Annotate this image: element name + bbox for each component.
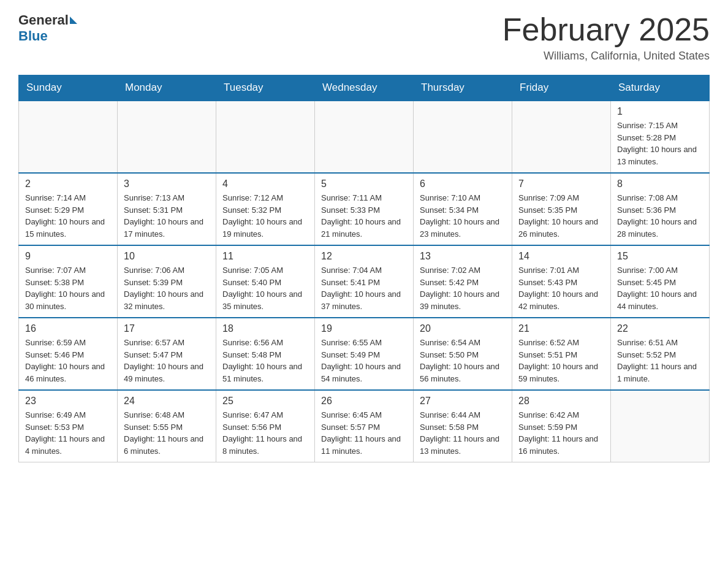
weekday-header-row: SundayMondayTuesdayWednesdayThursdayFrid… xyxy=(19,75,710,101)
day-info: Sunrise: 7:12 AMSunset: 5:32 PMDaylight:… xyxy=(222,192,308,240)
day-info: Sunrise: 7:14 AMSunset: 5:29 PMDaylight:… xyxy=(25,192,111,240)
calendar-cell xyxy=(315,101,414,173)
calendar-cell: 11Sunrise: 7:05 AMSunset: 5:40 PMDayligh… xyxy=(216,245,315,318)
calendar-cell: 16Sunrise: 6:59 AMSunset: 5:46 PMDayligh… xyxy=(19,318,118,390)
calendar-table: SundayMondayTuesdayWednesdayThursdayFrid… xyxy=(18,75,710,462)
calendar-cell xyxy=(216,101,315,173)
calendar-cell: 28Sunrise: 6:42 AMSunset: 5:59 PMDayligh… xyxy=(512,390,611,462)
calendar-cell: 3Sunrise: 7:13 AMSunset: 5:31 PMDaylight… xyxy=(118,173,216,245)
day-info: Sunrise: 6:56 AMSunset: 5:48 PMDaylight:… xyxy=(222,337,308,385)
weekday-header-friday: Friday xyxy=(512,75,611,101)
calendar-week-row: 2Sunrise: 7:14 AMSunset: 5:29 PMDaylight… xyxy=(19,173,710,245)
day-info: Sunrise: 7:15 AMSunset: 5:28 PMDaylight:… xyxy=(617,120,703,167)
day-info: Sunrise: 7:10 AMSunset: 5:34 PMDaylight:… xyxy=(420,192,506,240)
day-number: 23 xyxy=(25,396,111,407)
calendar-cell: 23Sunrise: 6:49 AMSunset: 5:53 PMDayligh… xyxy=(19,390,118,462)
calendar-cell: 26Sunrise: 6:45 AMSunset: 5:57 PMDayligh… xyxy=(315,390,414,462)
calendar-week-row: 23Sunrise: 6:49 AMSunset: 5:53 PMDayligh… xyxy=(19,390,710,462)
day-info: Sunrise: 7:11 AMSunset: 5:33 PMDaylight:… xyxy=(321,192,407,240)
calendar-week-row: 9Sunrise: 7:07 AMSunset: 5:38 PMDaylight… xyxy=(19,245,710,318)
logo: General Blue xyxy=(18,12,78,44)
weekday-header-monday: Monday xyxy=(118,75,216,101)
day-info: Sunrise: 7:08 AMSunset: 5:36 PMDaylight:… xyxy=(617,192,703,240)
day-number: 20 xyxy=(420,323,506,334)
calendar-cell: 24Sunrise: 6:48 AMSunset: 5:55 PMDayligh… xyxy=(118,390,216,462)
day-info: Sunrise: 6:54 AMSunset: 5:50 PMDaylight:… xyxy=(420,337,506,385)
day-info: Sunrise: 7:04 AMSunset: 5:41 PMDaylight:… xyxy=(321,264,407,312)
day-number: 1 xyxy=(617,106,703,117)
day-info: Sunrise: 7:07 AMSunset: 5:38 PMDaylight:… xyxy=(25,264,111,312)
day-info: Sunrise: 7:00 AMSunset: 5:45 PMDaylight:… xyxy=(617,264,703,312)
logo-arrow-icon xyxy=(70,17,77,24)
weekday-header-thursday: Thursday xyxy=(414,75,512,101)
day-number: 21 xyxy=(518,323,604,334)
day-info: Sunrise: 6:55 AMSunset: 5:49 PMDaylight:… xyxy=(321,337,407,385)
calendar-cell: 25Sunrise: 6:47 AMSunset: 5:56 PMDayligh… xyxy=(216,390,315,462)
calendar-cell: 4Sunrise: 7:12 AMSunset: 5:32 PMDaylight… xyxy=(216,173,315,245)
calendar-cell: 20Sunrise: 6:54 AMSunset: 5:50 PMDayligh… xyxy=(414,318,512,390)
calendar-week-row: 16Sunrise: 6:59 AMSunset: 5:46 PMDayligh… xyxy=(19,318,710,390)
calendar-cell: 2Sunrise: 7:14 AMSunset: 5:29 PMDaylight… xyxy=(19,173,118,245)
day-number: 25 xyxy=(222,396,308,407)
day-info: Sunrise: 7:05 AMSunset: 5:40 PMDaylight:… xyxy=(222,264,308,312)
day-number: 27 xyxy=(420,396,506,407)
day-number: 12 xyxy=(321,251,407,262)
calendar-cell: 10Sunrise: 7:06 AMSunset: 5:39 PMDayligh… xyxy=(118,245,216,318)
day-info: Sunrise: 6:52 AMSunset: 5:51 PMDaylight:… xyxy=(518,337,604,385)
day-info: Sunrise: 7:13 AMSunset: 5:31 PMDaylight:… xyxy=(124,192,210,240)
calendar-cell: 8Sunrise: 7:08 AMSunset: 5:36 PMDaylight… xyxy=(611,173,710,245)
day-info: Sunrise: 6:45 AMSunset: 5:57 PMDaylight:… xyxy=(321,409,407,457)
calendar-cell: 12Sunrise: 7:04 AMSunset: 5:41 PMDayligh… xyxy=(315,245,414,318)
day-info: Sunrise: 7:01 AMSunset: 5:43 PMDaylight:… xyxy=(518,264,604,312)
day-number: 8 xyxy=(617,178,703,190)
calendar-cell: 15Sunrise: 7:00 AMSunset: 5:45 PMDayligh… xyxy=(611,245,710,318)
day-number: 7 xyxy=(518,178,604,190)
day-number: 5 xyxy=(321,178,407,190)
calendar-cell: 22Sunrise: 6:51 AMSunset: 5:52 PMDayligh… xyxy=(611,318,710,390)
calendar-cell: 13Sunrise: 7:02 AMSunset: 5:42 PMDayligh… xyxy=(414,245,512,318)
weekday-header-saturday: Saturday xyxy=(611,75,710,101)
day-number: 22 xyxy=(617,323,703,334)
day-number: 19 xyxy=(321,323,407,334)
weekday-header-sunday: Sunday xyxy=(19,75,118,101)
location-subtitle: Williams, California, United States xyxy=(502,50,710,63)
day-info: Sunrise: 6:42 AMSunset: 5:59 PMDaylight:… xyxy=(518,409,604,457)
day-number: 3 xyxy=(124,178,210,190)
day-info: Sunrise: 6:44 AMSunset: 5:58 PMDaylight:… xyxy=(420,409,506,457)
day-number: 10 xyxy=(124,251,210,262)
logo-blue-text: Blue xyxy=(18,28,48,44)
calendar-cell: 14Sunrise: 7:01 AMSunset: 5:43 PMDayligh… xyxy=(512,245,611,318)
calendar-cell xyxy=(414,101,512,173)
day-number: 14 xyxy=(518,251,604,262)
day-number: 28 xyxy=(518,396,604,407)
day-info: Sunrise: 6:51 AMSunset: 5:52 PMDaylight:… xyxy=(617,337,703,385)
day-number: 16 xyxy=(25,323,111,334)
day-info: Sunrise: 6:47 AMSunset: 5:56 PMDaylight:… xyxy=(222,409,308,457)
day-number: 11 xyxy=(222,251,308,262)
calendar-cell: 6Sunrise: 7:10 AMSunset: 5:34 PMDaylight… xyxy=(414,173,512,245)
weekday-header-tuesday: Tuesday xyxy=(216,75,315,101)
day-number: 6 xyxy=(420,178,506,190)
calendar-cell xyxy=(611,390,710,462)
logo-general-text: General xyxy=(18,12,69,28)
calendar-cell: 21Sunrise: 6:52 AMSunset: 5:51 PMDayligh… xyxy=(512,318,611,390)
day-info: Sunrise: 7:06 AMSunset: 5:39 PMDaylight:… xyxy=(124,264,210,312)
day-number: 24 xyxy=(124,396,210,407)
calendar-cell: 18Sunrise: 6:56 AMSunset: 5:48 PMDayligh… xyxy=(216,318,315,390)
title-section: February 2025 Williams, California, Unit… xyxy=(502,12,710,63)
day-info: Sunrise: 6:57 AMSunset: 5:47 PMDaylight:… xyxy=(124,337,210,385)
calendar-cell xyxy=(19,101,118,173)
calendar-cell: 5Sunrise: 7:11 AMSunset: 5:33 PMDaylight… xyxy=(315,173,414,245)
calendar-cell: 1Sunrise: 7:15 AMSunset: 5:28 PMDaylight… xyxy=(611,101,710,173)
weekday-header-wednesday: Wednesday xyxy=(315,75,414,101)
day-number: 13 xyxy=(420,251,506,262)
day-number: 18 xyxy=(222,323,308,334)
day-number: 9 xyxy=(25,251,111,262)
calendar-cell: 19Sunrise: 6:55 AMSunset: 5:49 PMDayligh… xyxy=(315,318,414,390)
day-info: Sunrise: 7:02 AMSunset: 5:42 PMDaylight:… xyxy=(420,264,506,312)
day-number: 15 xyxy=(617,251,703,262)
calendar-cell xyxy=(118,101,216,173)
calendar-week-row: 1Sunrise: 7:15 AMSunset: 5:28 PMDaylight… xyxy=(19,101,710,173)
day-info: Sunrise: 6:59 AMSunset: 5:46 PMDaylight:… xyxy=(25,337,111,385)
day-number: 17 xyxy=(124,323,210,334)
